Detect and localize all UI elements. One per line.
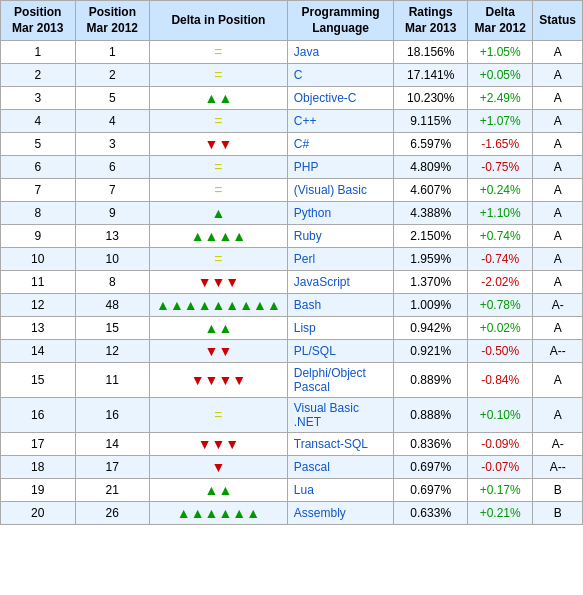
- delta-position: =: [150, 41, 288, 64]
- language-name[interactable]: PHP: [287, 156, 394, 179]
- pos-2013: 9: [1, 225, 76, 248]
- delta-position: ▲▲▲▲: [150, 225, 288, 248]
- language-name[interactable]: Pascal: [287, 456, 394, 479]
- delta-position: =: [150, 156, 288, 179]
- status-badge: B: [533, 502, 583, 525]
- pos-2013: 2: [1, 64, 76, 87]
- status-badge: A: [533, 271, 583, 294]
- rating-value: 0.697%: [394, 456, 468, 479]
- status-badge: A: [533, 156, 583, 179]
- delta-position: ▲▲: [150, 87, 288, 110]
- rankings-table: Position Mar 2013 Position Mar 2012 Delt…: [0, 0, 583, 525]
- pos-2012: 10: [75, 248, 150, 271]
- status-badge: A: [533, 110, 583, 133]
- table-row: 17 14 ▼▼▼ Transact-SQL 0.836% -0.09% A-: [1, 433, 583, 456]
- pos-2013: 3: [1, 87, 76, 110]
- rating-value: 10.230%: [394, 87, 468, 110]
- header-delta-pos: Delta in Position: [150, 1, 288, 41]
- delta-position: =: [150, 248, 288, 271]
- rating-value: 0.888%: [394, 398, 468, 433]
- delta-rating: -0.09%: [468, 433, 533, 456]
- table-row: 13 15 ▲▲ Lisp 0.942% +0.02% A: [1, 317, 583, 340]
- header-ratings: Ratings Mar 2013: [394, 1, 468, 41]
- language-name[interactable]: C#: [287, 133, 394, 156]
- pos-2012: 5: [75, 87, 150, 110]
- pos-2013: 14: [1, 340, 76, 363]
- language-name[interactable]: C: [287, 64, 394, 87]
- pos-2013: 10: [1, 248, 76, 271]
- delta-rating: -0.75%: [468, 156, 533, 179]
- delta-rating: +0.74%: [468, 225, 533, 248]
- delta-rating: -0.07%: [468, 456, 533, 479]
- header-pos-2012: Position Mar 2012: [75, 1, 150, 41]
- table-row: 4 4 = C++ 9.115% +1.07% A: [1, 110, 583, 133]
- table-row: 15 11 ▼▼▼▼ Delphi/Object Pascal 0.889% -…: [1, 363, 583, 398]
- language-name[interactable]: C++: [287, 110, 394, 133]
- status-badge: A: [533, 41, 583, 64]
- delta-position: ▲▲: [150, 317, 288, 340]
- language-name[interactable]: Perl: [287, 248, 394, 271]
- delta-rating: +0.78%: [468, 294, 533, 317]
- rating-value: 1.959%: [394, 248, 468, 271]
- language-name[interactable]: Python: [287, 202, 394, 225]
- delta-position: ▼▼▼: [150, 271, 288, 294]
- pos-2012: 12: [75, 340, 150, 363]
- status-badge: A: [533, 133, 583, 156]
- rating-value: 4.809%: [394, 156, 468, 179]
- pos-2013: 1: [1, 41, 76, 64]
- language-name[interactable]: Bash: [287, 294, 394, 317]
- pos-2013: 16: [1, 398, 76, 433]
- language-name[interactable]: Visual Basic .NET: [287, 398, 394, 433]
- language-name[interactable]: JavaScript: [287, 271, 394, 294]
- pos-2012: 17: [75, 456, 150, 479]
- status-badge: A-: [533, 294, 583, 317]
- delta-rating: +0.02%: [468, 317, 533, 340]
- pos-2013: 7: [1, 179, 76, 202]
- status-badge: A: [533, 317, 583, 340]
- status-badge: B: [533, 479, 583, 502]
- delta-rating: -1.65%: [468, 133, 533, 156]
- language-name[interactable]: Lua: [287, 479, 394, 502]
- pos-2012: 26: [75, 502, 150, 525]
- pos-2012: 21: [75, 479, 150, 502]
- rating-value: 1.009%: [394, 294, 468, 317]
- delta-position: ▼: [150, 456, 288, 479]
- rating-value: 0.697%: [394, 479, 468, 502]
- pos-2012: 1: [75, 41, 150, 64]
- rating-value: 1.370%: [394, 271, 468, 294]
- pos-2013: 18: [1, 456, 76, 479]
- language-name[interactable]: Delphi/Object Pascal: [287, 363, 394, 398]
- status-badge: A: [533, 363, 583, 398]
- language-name[interactable]: PL/SQL: [287, 340, 394, 363]
- pos-2012: 3: [75, 133, 150, 156]
- language-name[interactable]: Objective-C: [287, 87, 394, 110]
- header-lang: Programming Language: [287, 1, 394, 41]
- delta-position: ▼▼▼: [150, 433, 288, 456]
- delta-position: =: [150, 64, 288, 87]
- delta-position: ▼▼▼▼: [150, 363, 288, 398]
- pos-2012: 2: [75, 64, 150, 87]
- table-row: 8 9 ▲ Python 4.388% +1.10% A: [1, 202, 583, 225]
- status-badge: A: [533, 87, 583, 110]
- table-row: 18 17 ▼ Pascal 0.697% -0.07% A--: [1, 456, 583, 479]
- language-name[interactable]: Lisp: [287, 317, 394, 340]
- delta-rating: +2.49%: [468, 87, 533, 110]
- language-name[interactable]: (Visual) Basic: [287, 179, 394, 202]
- table-row: 10 10 = Perl 1.959% -0.74% A: [1, 248, 583, 271]
- pos-2012: 8: [75, 271, 150, 294]
- delta-position: =: [150, 110, 288, 133]
- rating-value: 0.921%: [394, 340, 468, 363]
- language-name[interactable]: Transact-SQL: [287, 433, 394, 456]
- table-row: 19 21 ▲▲ Lua 0.697% +0.17% B: [1, 479, 583, 502]
- rating-value: 0.889%: [394, 363, 468, 398]
- delta-position: ▼▼: [150, 133, 288, 156]
- rating-value: 18.156%: [394, 41, 468, 64]
- pos-2013: 6: [1, 156, 76, 179]
- language-name[interactable]: Assembly: [287, 502, 394, 525]
- language-name[interactable]: Ruby: [287, 225, 394, 248]
- table-row: 14 12 ▼▼ PL/SQL 0.921% -0.50% A--: [1, 340, 583, 363]
- delta-position: ▲: [150, 202, 288, 225]
- status-badge: A: [533, 398, 583, 433]
- language-name[interactable]: Java: [287, 41, 394, 64]
- status-badge: A: [533, 225, 583, 248]
